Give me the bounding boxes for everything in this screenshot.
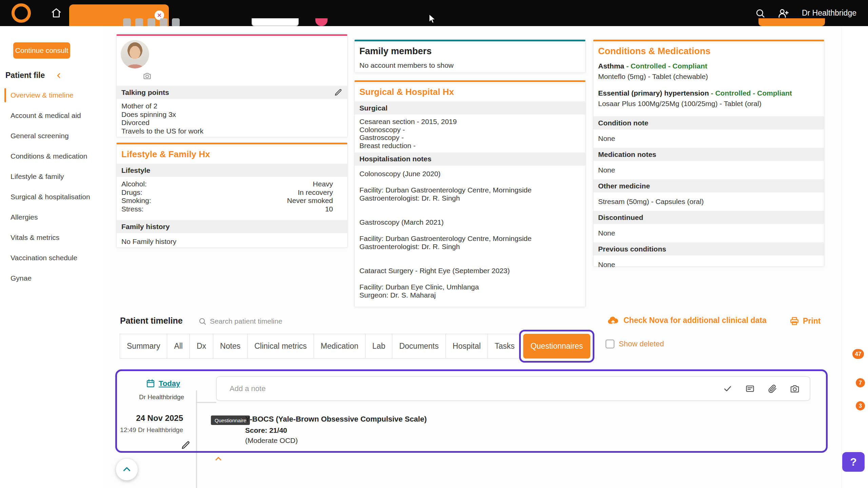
lifestyle-rows: Alcohol:Heavy Drugs:In recovery Smoking:… xyxy=(117,177,347,215)
condition-medication: Losaar Plus 100Mg/25Mg (100/25mg) - Tabl… xyxy=(598,100,819,108)
sidebar-item-surgical-hospitalisation[interactable]: Surgical & hospitalisation xyxy=(0,187,105,207)
surgical-item: Gastroscopy - xyxy=(359,134,580,142)
sidebar-item-account-medical-aid[interactable]: Account & medical aid xyxy=(0,105,105,126)
entry-datetime: 24 Nov 2025 12:49 Dr Healthbridge xyxy=(112,413,183,434)
talking-point: Travels to the US for work xyxy=(121,127,342,136)
note-toolbar xyxy=(723,384,800,393)
app-logo[interactable] xyxy=(12,3,31,23)
continue-consult-button[interactable]: Continue consult xyxy=(13,42,70,59)
discontinued-value: None xyxy=(593,224,824,242)
sidebar-item-general-screening[interactable]: General screening xyxy=(0,126,105,146)
search-icon[interactable] xyxy=(755,8,765,18)
entry-score: Score: 21/40 xyxy=(245,426,287,434)
tab-dx[interactable]: Dx xyxy=(190,334,213,359)
row-value: In recovery xyxy=(298,188,333,197)
toolbar-icon-stub[interactable] xyxy=(172,18,180,26)
family-members-card: Family members No account members to sho… xyxy=(354,40,586,73)
help-button[interactable]: ? xyxy=(842,452,865,472)
tab-summary[interactable]: Summary xyxy=(120,334,167,359)
other-medicine-value: Stresam (50mg) - Capsules (oral) xyxy=(593,192,824,211)
other-medicine-header: Other medicine xyxy=(593,179,824,192)
scrolled-action-button-stub[interactable] xyxy=(758,18,825,26)
entry-title[interactable]: Y-BOCS (Yale-Brown Obsessive Compulsive … xyxy=(245,415,427,424)
section-header-label: Other medicine xyxy=(598,182,650,190)
edit-entry-icon[interactable] xyxy=(181,441,191,450)
home-icon[interactable] xyxy=(51,7,62,18)
tab-hospital[interactable]: Hospital xyxy=(446,334,488,359)
family-members-empty: No account members to show xyxy=(355,61,585,70)
print-queue-badge: 47 xyxy=(852,349,864,359)
conditions-list: Asthma - Controlled - Compliant Monteflo… xyxy=(593,61,824,108)
condition-name-row: Essential (primary) hypertension - Contr… xyxy=(598,89,819,97)
row-value: Never smoked xyxy=(287,197,333,205)
tasks-badge: 7 xyxy=(856,378,865,387)
show-deleted-label: Show deleted xyxy=(619,340,664,348)
tab-questionnaires[interactable]: Questionnaires xyxy=(523,334,591,359)
patient-file-nav: Overview & timeline Account & medical ai… xyxy=(0,85,105,288)
patient-profile-card: Talking points Mother of 2 Does spinning… xyxy=(116,34,348,137)
add-patient-icon[interactable] xyxy=(778,8,789,19)
timeline-tabs: Summary All Dx Notes Clinical metrics Me… xyxy=(120,327,594,365)
sidebar-item-gynae[interactable]: Gynae xyxy=(0,268,105,288)
condition-name: Asthma xyxy=(598,62,624,70)
attachment-icon[interactable] xyxy=(768,384,777,393)
toolbar-icon-stub[interactable] xyxy=(135,18,143,26)
sidebar-item-allergies[interactable]: Allergies xyxy=(0,207,105,227)
entry-time-author: 12:49 Dr Healthbridge xyxy=(112,426,183,434)
today-link[interactable]: Today xyxy=(159,379,180,388)
timeline-search-input[interactable] xyxy=(210,317,346,325)
tab-clinical-metrics[interactable]: Clinical metrics xyxy=(247,334,314,359)
section-header-label: Previous conditions xyxy=(598,245,666,253)
confirm-note-icon[interactable] xyxy=(723,384,732,393)
sidebar-item-conditions-medication[interactable]: Conditions & medication xyxy=(0,146,105,166)
sidebar-item-vitals-metrics[interactable]: Vitals & metrics xyxy=(0,227,105,248)
change-photo-icon[interactable] xyxy=(143,72,151,80)
scrolled-toolbar-icons[interactable] xyxy=(123,18,180,26)
sidebar-item-label: Conditions & medication xyxy=(11,152,87,160)
note-title: Gastroscopy (March 2021) xyxy=(359,218,580,226)
tab-tasks[interactable]: Tasks xyxy=(488,334,522,359)
tab-all[interactable]: All xyxy=(167,334,190,359)
row-value: 10 xyxy=(325,205,333,214)
show-deleted-toggle[interactable]: Show deleted xyxy=(606,340,664,348)
tab-medication[interactable]: Medication xyxy=(314,334,366,359)
sidebar-item-overview-timeline[interactable]: Overview & timeline xyxy=(0,85,105,105)
condition-medication: Monteflo (5mg) - Tablet (chewable) xyxy=(598,73,819,81)
sidebar-item-label: Overview & timeline xyxy=(11,91,74,99)
toolbar-icon-stub[interactable] xyxy=(160,18,167,26)
sidebar-item-lifestyle-family[interactable]: Lifestyle & family xyxy=(0,166,105,187)
section-header-label: Hospitalisation notes xyxy=(359,155,431,163)
condition-status: - Controlled - Compliant xyxy=(711,89,792,97)
camera-icon[interactable] xyxy=(790,384,800,393)
sidebar-item-vaccination-schedule[interactable]: Vaccination schedule xyxy=(0,248,105,268)
hospitalisation-note: Gastroscopy (March 2021) Facility: Durba… xyxy=(359,218,580,251)
template-icon[interactable] xyxy=(745,384,755,393)
tab-lab[interactable]: Lab xyxy=(365,334,392,359)
edit-talking-points-icon[interactable] xyxy=(334,88,342,97)
scrolled-dropdown-stub[interactable] xyxy=(252,18,299,26)
check-nova-link[interactable]: Check Nova for additional clinical data xyxy=(607,315,767,325)
tab-documents[interactable]: Documents xyxy=(392,334,446,359)
tab-notes[interactable]: Notes xyxy=(213,334,248,359)
add-note-input[interactable] xyxy=(230,384,709,393)
section-header-label: Family history xyxy=(121,223,170,231)
cloud-upload-icon xyxy=(607,315,619,325)
scroll-to-top-button[interactable] xyxy=(116,458,138,481)
sidebar-item-label: Lifestyle & family xyxy=(11,172,64,181)
condition-note-header: Condition note xyxy=(593,116,824,129)
condition-name: Essential (primary) hypertension xyxy=(598,89,709,97)
user-menu[interactable]: Dr Healthbridge xyxy=(802,8,856,18)
labs-badge: 3 xyxy=(856,401,865,410)
right-rail xyxy=(842,26,868,488)
toolbar-icon-stub[interactable] xyxy=(147,18,155,26)
left-sidebar: Continue consult Patient file Overview &… xyxy=(0,26,105,488)
toolbar-icon-stub[interactable] xyxy=(123,18,131,26)
show-deleted-checkbox[interactable] xyxy=(606,340,614,348)
discontinued-header: Discontinued xyxy=(593,211,824,224)
collapse-sidebar-icon[interactable] xyxy=(55,72,63,80)
collapse-timeline-icon[interactable] xyxy=(214,454,223,464)
note-line: Facility: Durban Gastroenterology Centre… xyxy=(359,235,580,243)
print-button[interactable]: Print xyxy=(789,316,821,326)
patient-avatar xyxy=(121,40,149,68)
active-tab-highlight: Questionnaires xyxy=(519,330,595,363)
